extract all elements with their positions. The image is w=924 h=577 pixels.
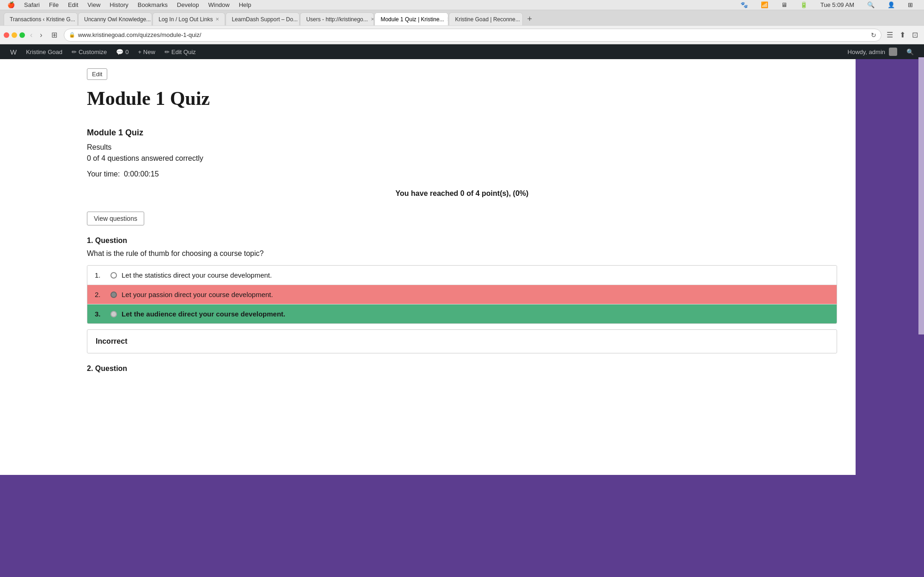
answer-item-3[interactable]: 3. Let the audience direct your course d…	[87, 304, 837, 323]
results-time: Your time: 0:00:00:15	[87, 170, 837, 178]
tab-module1quiz[interactable]: Module 1 Quiz | Kristine... ✕	[374, 12, 448, 25]
answer-text-1: Let the statistics direct your course de…	[122, 271, 272, 279]
quiz-name: Module 1 Quiz	[87, 128, 837, 138]
tab-label: LearnDash Support – Do...	[232, 16, 298, 23]
bookmarks-menu[interactable]: Bookmarks	[134, 1, 171, 8]
history-menu[interactable]: History	[106, 1, 132, 8]
wp-customize-item[interactable]: ✏ Customize	[67, 44, 111, 59]
right-sidebar-handle	[918, 57, 924, 334]
clock: Tue 5:09 AM	[817, 1, 858, 8]
new-label: + New	[138, 49, 155, 55]
wp-howdy-item[interactable]: Howdy, admin	[843, 44, 902, 59]
answer-item-1[interactable]: 1. Let the statistics direct your course…	[87, 266, 837, 285]
search-adminbar-icon: 🔍	[906, 49, 914, 55]
edit-quiz-label: Edit Quiz	[171, 49, 196, 55]
lock-icon: 🔒	[69, 32, 75, 38]
reload-button[interactable]: ↻	[871, 31, 876, 39]
close-window-button[interactable]	[4, 32, 9, 38]
battery-icon: 🔋	[796, 1, 811, 8]
grid-icon: ⊞	[904, 1, 917, 8]
question-2-heading: 2. Question	[87, 364, 837, 373]
develop-menu[interactable]: Develop	[173, 1, 203, 8]
edit-menu[interactable]: Edit	[64, 1, 82, 8]
results-score: 0 of 4 questions answered correctly	[87, 154, 837, 163]
wp-site-name-item[interactable]: Kristine Goad	[21, 44, 67, 59]
minimize-window-button[interactable]	[12, 32, 17, 38]
quiz-results-section: Module 1 Quiz Results 0 of 4 questions a…	[87, 128, 837, 198]
close-icon[interactable]: ✕	[371, 17, 374, 22]
tab-label: Users - http://kristinego...	[306, 16, 367, 23]
close-icon[interactable]: ✕	[215, 17, 219, 22]
time-value: 0:00:00:15	[124, 170, 159, 178]
new-tab-button[interactable]: +	[525, 14, 534, 24]
tab-kristinegoad[interactable]: Kristine Goad | Reconne... ✕	[449, 12, 523, 25]
answer-list-1: 1. Let the statistics direct your course…	[87, 265, 837, 324]
safari-menu[interactable]: Safari	[20, 1, 43, 8]
user-icon: 👤	[884, 1, 899, 8]
wp-logo-item[interactable]: W	[6, 44, 21, 59]
help-menu[interactable]: Help	[235, 1, 255, 8]
address-bar[interactable]	[78, 31, 868, 38]
results-label: Results	[87, 143, 837, 152]
address-bar-container[interactable]: 🔒 ↻	[64, 29, 881, 42]
macos-menubar: 🍎 Safari File Edit View History Bookmark…	[0, 0, 924, 10]
tab-users[interactable]: Users - http://kristinego... ✕	[300, 12, 374, 25]
tab-label: Module 1 Quiz | Kristine...	[380, 16, 444, 23]
reader-view-button[interactable]: ☰	[884, 30, 895, 40]
apple-menu[interactable]: 🍎	[4, 1, 18, 8]
page-content-wrapper: Edit Module 1 Quiz Module 1 Quiz Results…	[0, 59, 924, 475]
admin-avatar	[889, 48, 897, 56]
forward-button[interactable]: ›	[37, 30, 44, 40]
customize-label: Customize	[79, 49, 107, 55]
wp-comments-item[interactable]: 💬 0	[111, 44, 133, 59]
radio-button-2	[110, 292, 117, 298]
question-1-text: What is the rule of thumb for choosing a…	[87, 249, 837, 258]
wordpress-icon: W	[10, 48, 17, 56]
tab-label: Log In / Log Out Links	[159, 16, 213, 23]
edit-page-button[interactable]: Edit	[87, 68, 107, 80]
view-questions-button[interactable]: View questions	[87, 212, 144, 225]
radio-button-3	[110, 311, 117, 317]
points-reached: You have reached 0 of 4 point(s), (0%)	[87, 189, 837, 198]
display-icon: 🖥	[777, 1, 791, 8]
tab-login[interactable]: Log In / Log Out Links ✕	[153, 12, 225, 25]
comments-icon: 💬	[116, 49, 123, 55]
tab-transactions[interactable]: Transactions ‹ Kristine G... ✕	[4, 12, 78, 25]
answer-text-3: Let the audience direct your course deve…	[122, 310, 285, 318]
answer-number: 3.	[95, 310, 105, 318]
share-button[interactable]: ⬆	[897, 30, 908, 40]
main-content: Edit Module 1 Quiz Module 1 Quiz Results…	[68, 59, 856, 475]
nav-right-buttons: ☰ ⬆ ⊡	[884, 30, 920, 40]
wp-search-item[interactable]: 🔍	[902, 44, 918, 59]
comments-count: 0	[125, 49, 129, 55]
wp-edit-quiz-item[interactable]: ✏ Edit Quiz	[160, 44, 201, 59]
back-button[interactable]: ‹	[28, 30, 35, 40]
sidebar-toggle-button[interactable]: ⊞	[48, 30, 61, 40]
wp-new-item[interactable]: + New	[134, 44, 160, 59]
maximize-window-button[interactable]	[19, 32, 25, 38]
howdy-label: Howdy, admin	[848, 49, 885, 55]
launchpad-icon: 🐾	[737, 1, 752, 8]
result-feedback-box: Incorrect	[87, 329, 837, 353]
answer-item-2[interactable]: 2. Let your passion direct your course d…	[87, 285, 837, 304]
browser-tabs: Transactions ‹ Kristine G... ✕ Uncanny O…	[0, 10, 924, 26]
tab-label: Uncanny Owl Knowledge...	[84, 16, 151, 23]
tab-uncanny[interactable]: Uncanny Owl Knowledge... ✕	[78, 12, 152, 25]
tab-learndash[interactable]: LearnDash Support – Do... ✕	[226, 12, 300, 25]
page-title: Module 1 Quiz	[87, 87, 837, 109]
tab-overview-button[interactable]: ⊡	[910, 30, 920, 40]
wifi-icon: 📶	[757, 1, 772, 8]
question-1-section: 1. Question What is the rule of thumb fo…	[87, 237, 837, 353]
search-icon[interactable]: 🔍	[863, 1, 878, 8]
browser-navbar: ‹ › ⊞ 🔒 ↻ ☰ ⬆ ⊡	[0, 26, 924, 44]
window-menu[interactable]: Window	[204, 1, 233, 8]
customize-icon: ✏	[72, 49, 77, 55]
right-margin	[856, 59, 924, 475]
close-icon[interactable]: ✕	[447, 17, 449, 22]
time-label: Your time:	[87, 170, 120, 178]
menu-right: 🐾 📶 🖥 🔋 Tue 5:09 AM 🔍 👤 ⊞	[733, 1, 920, 8]
radio-button-1	[110, 272, 117, 279]
view-menu[interactable]: View	[84, 1, 104, 8]
file-menu[interactable]: File	[45, 1, 62, 8]
traffic-lights	[4, 32, 25, 38]
